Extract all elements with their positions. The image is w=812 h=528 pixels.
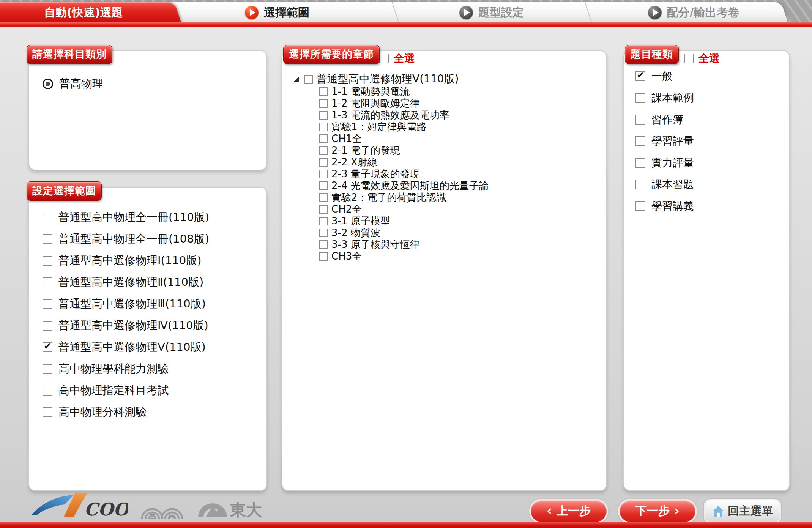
- type-item-row[interactable]: 習作簿: [635, 109, 785, 130]
- checkbox[interactable]: [635, 201, 645, 211]
- range-item-row[interactable]: 普通型高中選修物理Ⅰ(110版): [43, 250, 263, 271]
- header-tab-bar: 自動(快速)選題 選擇範圍 題型設定 配分/輸出考卷: [0, 0, 812, 27]
- checkbox[interactable]: [43, 299, 52, 309]
- range-item-label: 普通型高中選修物理Ⅰ(110版): [58, 253, 202, 268]
- chapter-row[interactable]: 1-2 電阻與歐姆定律: [319, 98, 602, 109]
- range-item-row[interactable]: 高中物理學科能力測驗: [43, 358, 263, 380]
- checkbox[interactable]: [43, 277, 52, 287]
- checkbox[interactable]: [43, 256, 52, 266]
- sanmin-logo: 三民: [139, 496, 185, 520]
- range-item-row[interactable]: 高中物理分科測驗: [43, 401, 263, 423]
- range-item-row[interactable]: 普通型高中物理全一冊(108版): [43, 228, 263, 250]
- checkbox[interactable]: [319, 146, 328, 155]
- checkbox[interactable]: [319, 170, 328, 178]
- footer-logos: COOL 三民 東大: [30, 491, 263, 520]
- type-item-row[interactable]: 學習講義: [635, 195, 785, 217]
- sanmin-text: 三民: [150, 513, 185, 519]
- select-all-checkbox[interactable]: [684, 54, 694, 63]
- tab-auto-quick-select[interactable]: 自動(快速)選題: [15, 4, 152, 21]
- type-item-label: 實力評量: [651, 156, 694, 170]
- chapter-row[interactable]: 3-1 原子模型: [319, 215, 602, 227]
- checkbox[interactable]: [635, 180, 645, 189]
- chapter-list: 1-1 電動勢與電流 1-2 電阻與歐姆定律 1-3 電流的熱效應及電功率: [319, 86, 602, 262]
- checkbox[interactable]: [635, 136, 645, 146]
- tree-expand-icon[interactable]: [294, 77, 299, 82]
- range-item-label: 普通型高中物理全一冊(110版): [58, 210, 209, 225]
- range-item-row[interactable]: 普通型高中物理全一冊(110版): [43, 206, 263, 228]
- chapter-row[interactable]: CH2全: [319, 203, 602, 215]
- checkbox[interactable]: [635, 115, 645, 125]
- chapter-row[interactable]: 實驗2：電子的荷質比認識: [319, 192, 602, 203]
- chapter-row[interactable]: 3-2 物質波: [319, 227, 602, 239]
- chapter-row[interactable]: CH3全: [319, 251, 602, 262]
- subject-option-label: 普高物理: [59, 76, 103, 91]
- range-item-label: 高中物理學科能力測驗: [58, 361, 169, 377]
- type-item-row[interactable]: 學習評量: [635, 130, 785, 152]
- next-step-button[interactable]: 下一步 ›: [620, 500, 695, 522]
- checkbox[interactable]: [43, 321, 52, 331]
- chapter-row[interactable]: 2-4 光電效應及愛因斯坦的光量子論: [319, 180, 602, 192]
- type-select-all[interactable]: 全選: [684, 51, 720, 66]
- chapter-row[interactable]: 2-1 電子的發現: [319, 145, 602, 156]
- checkbox[interactable]: [43, 234, 52, 244]
- icool-wordmark: COOL: [84, 499, 128, 520]
- chapter-row[interactable]: CH1全: [319, 133, 602, 145]
- checkbox[interactable]: [319, 158, 328, 167]
- checkbox[interactable]: [319, 217, 328, 225]
- checkbox[interactable]: [43, 386, 52, 396]
- checkbox[interactable]: [319, 111, 328, 120]
- chapter-row[interactable]: 1-1 電動勢與電流: [319, 86, 602, 98]
- checkbox[interactable]: [635, 71, 645, 81]
- subject-option-row[interactable]: 普高物理: [43, 73, 263, 95]
- chapter-row[interactable]: 1-3 電流的熱效應及電功率: [319, 109, 602, 121]
- checkbox[interactable]: [43, 213, 52, 222]
- range-panel: 普通型高中物理全一冊(110版) 普通型高中物理全一冊(108版) 普通型高中選…: [28, 187, 267, 491]
- home-menu-button[interactable]: 回主選單: [705, 500, 780, 522]
- checkbox[interactable]: [319, 181, 328, 190]
- range-item-row[interactable]: 普通型高中選修物理Ⅳ(110版): [43, 315, 263, 336]
- range-item-row[interactable]: 高中物理指定科目考試: [43, 380, 263, 401]
- select-all-checkbox[interactable]: [379, 54, 389, 63]
- tab-question-type-settings[interactable]: 題型設定: [440, 4, 543, 21]
- checkbox[interactable]: [319, 87, 328, 96]
- chapter-row[interactable]: 3-3 原子核與守恆律: [319, 239, 602, 251]
- checkbox[interactable]: [635, 93, 645, 103]
- type-item-label: 學習講義: [651, 199, 694, 213]
- chapter-row[interactable]: 實驗1：姆定律與電路: [319, 121, 602, 133]
- chapter-select-all[interactable]: 全選: [379, 51, 415, 66]
- prev-step-button[interactable]: ‹ 上一步: [531, 500, 607, 522]
- checkbox[interactable]: [635, 158, 645, 168]
- range-item-row[interactable]: 普通型高中選修物理Ⅴ(110版): [43, 336, 263, 358]
- tab-select-range[interactable]: 選擇範圍: [226, 4, 328, 21]
- chapter-row[interactable]: 2-2 X射線: [319, 156, 602, 168]
- chapter-row[interactable]: 2-3 量子現象的發現: [319, 168, 602, 180]
- checkbox[interactable]: [319, 99, 328, 108]
- checkbox[interactable]: [319, 193, 328, 202]
- checkbox[interactable]: [43, 364, 52, 374]
- checkbox[interactable]: [43, 407, 52, 417]
- range-item-row[interactable]: 普通型高中選修物理Ⅱ(110版): [43, 271, 263, 293]
- checkbox[interactable]: [319, 240, 328, 249]
- dongda-text: 東大: [230, 501, 262, 519]
- radio-button[interactable]: [43, 79, 53, 89]
- checkbox[interactable]: [319, 229, 328, 237]
- checkbox[interactable]: [304, 75, 313, 84]
- play-icon: [245, 6, 259, 19]
- type-item-row[interactable]: 課本範例: [635, 87, 785, 109]
- type-item-row[interactable]: 課本習題: [635, 173, 785, 195]
- chapter-tree-root[interactable]: 普通型高中選修物理Ⅴ(110版): [294, 72, 602, 86]
- range-panel-title: 設定選擇範圍: [27, 181, 102, 201]
- checkbox[interactable]: [319, 134, 328, 143]
- type-item-row[interactable]: 一般: [635, 65, 785, 87]
- prev-step-label: 上一步: [557, 503, 591, 519]
- tab-score-output[interactable]: 配分/輸出考卷: [631, 4, 756, 21]
- checkbox[interactable]: [319, 123, 328, 131]
- checkbox[interactable]: [319, 205, 328, 214]
- checkbox[interactable]: [319, 252, 328, 261]
- tab-label: 配分/輸出考卷: [667, 5, 739, 20]
- type-item-row[interactable]: 實力評量: [635, 152, 785, 173]
- checkbox[interactable]: [43, 342, 52, 352]
- subject-panel-title: 請選擇科目類別: [27, 45, 112, 64]
- subject-options: 普高物理: [43, 73, 263, 95]
- range-item-row[interactable]: 普通型高中選修物理Ⅲ(110版): [43, 293, 263, 315]
